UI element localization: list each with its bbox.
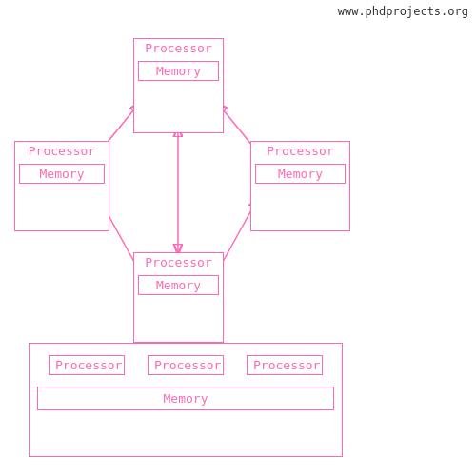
bottom-group: Processor Processor Processor Memory — [29, 343, 343, 457]
left-node: Processor Memory — [14, 141, 109, 231]
right-processor-label: Processor — [251, 142, 349, 160]
bottom-processor2-label: Processor — [148, 355, 224, 375]
left-memory-label: Memory — [19, 164, 105, 184]
top-node: Processor Memory — [133, 38, 224, 133]
top-processor-label: Processor — [134, 39, 223, 57]
center-memory-label: Memory — [138, 275, 219, 295]
right-memory-label: Memory — [255, 164, 346, 184]
watermark: www.phdprojects.org — [338, 5, 468, 18]
bottom-processor3-label: Processor — [247, 355, 323, 375]
right-node: Processor Memory — [250, 141, 350, 231]
bottom-processor1-label: Processor — [49, 355, 125, 375]
center-processor-label: Processor — [134, 253, 223, 271]
top-memory-label: Memory — [138, 61, 219, 81]
bottom-memory-label: Memory — [37, 387, 334, 410]
left-processor-label: Processor — [15, 142, 109, 160]
center-node: Processor Memory — [133, 252, 224, 343]
